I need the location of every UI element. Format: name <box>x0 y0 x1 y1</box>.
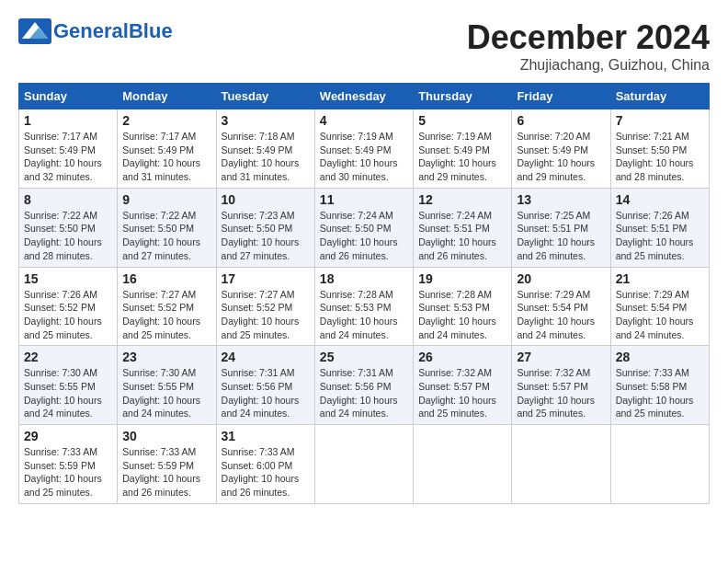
day-info: Sunrise: 7:22 AM Sunset: 5:50 PM Dayligh… <box>24 209 112 263</box>
day-number: 19 <box>418 271 506 286</box>
day-info: Sunrise: 7:24 AM Sunset: 5:51 PM Dayligh… <box>418 209 506 263</box>
day-info: Sunrise: 7:33 AM Sunset: 6:00 PM Dayligh… <box>222 445 310 500</box>
calendar-cell: 29 Sunrise: 7:33 AM Sunset: 5:59 PM Dayl… <box>19 425 118 504</box>
day-info: Sunrise: 7:31 AM Sunset: 5:56 PM Dayligh… <box>222 366 310 420</box>
header: GeneralBlue December 2024 Zhujiachang, G… <box>18 18 710 74</box>
calendar-cell <box>314 425 413 504</box>
calendar-cell: 21 Sunrise: 7:29 AM Sunset: 5:54 PM Dayl… <box>610 267 709 346</box>
day-info: Sunrise: 7:28 AM Sunset: 5:53 PM Dayligh… <box>320 288 408 342</box>
day-info: Sunrise: 7:33 AM Sunset: 5:58 PM Dayligh… <box>616 366 704 420</box>
day-number: 28 <box>616 350 704 364</box>
day-number: 9 <box>122 192 210 207</box>
day-info: Sunrise: 7:25 AM Sunset: 5:51 PM Dayligh… <box>517 209 605 263</box>
calendar-cell: 27 Sunrise: 7:32 AM Sunset: 5:57 PM Dayl… <box>512 346 610 425</box>
day-number: 24 <box>222 350 310 364</box>
day-number: 7 <box>616 113 704 128</box>
day-info: Sunrise: 7:27 AM Sunset: 5:52 PM Dayligh… <box>222 288 310 342</box>
header-sunday: Sunday <box>19 84 118 109</box>
day-info: Sunrise: 7:32 AM Sunset: 5:57 PM Dayligh… <box>418 366 506 420</box>
day-number: 2 <box>122 113 210 128</box>
month-title: December 2024 <box>467 18 710 57</box>
calendar-cell: 2 Sunrise: 7:17 AM Sunset: 5:49 PM Dayli… <box>118 109 216 189</box>
day-info: Sunrise: 7:23 AM Sunset: 5:50 PM Dayligh… <box>222 209 310 263</box>
calendar-cell: 20 Sunrise: 7:29 AM Sunset: 5:54 PM Dayl… <box>512 267 610 346</box>
calendar-cell: 11 Sunrise: 7:24 AM Sunset: 5:50 PM Dayl… <box>314 188 413 267</box>
calendar-cell: 15 Sunrise: 7:26 AM Sunset: 5:52 PM Dayl… <box>19 267 118 346</box>
day-info: Sunrise: 7:29 AM Sunset: 5:54 PM Dayligh… <box>616 288 704 342</box>
calendar-cell <box>512 425 610 504</box>
day-number: 26 <box>418 350 506 364</box>
header-friday: Friday <box>512 84 610 109</box>
day-info: Sunrise: 7:27 AM Sunset: 5:52 PM Dayligh… <box>122 288 210 342</box>
calendar-cell: 4 Sunrise: 7:19 AM Sunset: 5:49 PM Dayli… <box>314 109 413 189</box>
day-info: Sunrise: 7:20 AM Sunset: 5:49 PM Dayligh… <box>517 130 605 184</box>
day-info: Sunrise: 7:32 AM Sunset: 5:57 PM Dayligh… <box>517 366 605 420</box>
day-info: Sunrise: 7:19 AM Sunset: 5:49 PM Dayligh… <box>418 130 506 184</box>
day-number: 12 <box>418 192 506 207</box>
day-number: 18 <box>320 271 408 286</box>
day-info: Sunrise: 7:21 AM Sunset: 5:50 PM Dayligh… <box>616 130 704 184</box>
calendar-cell: 30 Sunrise: 7:33 AM Sunset: 5:59 PM Dayl… <box>118 425 216 504</box>
day-number: 21 <box>616 271 704 286</box>
calendar-cell: 19 Sunrise: 7:28 AM Sunset: 5:53 PM Dayl… <box>414 267 512 346</box>
calendar-cell: 23 Sunrise: 7:30 AM Sunset: 5:55 PM Dayl… <box>118 346 216 425</box>
calendar-cell: 10 Sunrise: 7:23 AM Sunset: 5:50 PM Dayl… <box>216 188 314 267</box>
day-number: 8 <box>24 192 112 207</box>
logo-text: GeneralBlue <box>53 19 173 42</box>
location-title: Zhujiachang, Guizhou, China <box>467 57 710 74</box>
calendar-cell: 25 Sunrise: 7:31 AM Sunset: 5:56 PM Dayl… <box>314 346 413 425</box>
calendar-cell: 3 Sunrise: 7:18 AM Sunset: 5:49 PM Dayli… <box>216 109 314 189</box>
day-number: 10 <box>222 192 310 207</box>
day-info: Sunrise: 7:33 AM Sunset: 5:59 PM Dayligh… <box>24 445 112 500</box>
day-number: 14 <box>616 192 704 207</box>
day-info: Sunrise: 7:22 AM Sunset: 5:50 PM Dayligh… <box>122 209 210 263</box>
calendar-row: 22 Sunrise: 7:30 AM Sunset: 5:55 PM Dayl… <box>19 346 710 425</box>
day-info: Sunrise: 7:30 AM Sunset: 5:55 PM Dayligh… <box>24 366 112 420</box>
day-info: Sunrise: 7:33 AM Sunset: 5:59 PM Dayligh… <box>122 445 210 500</box>
day-number: 16 <box>122 271 210 286</box>
day-number: 17 <box>222 271 310 286</box>
calendar-cell: 13 Sunrise: 7:25 AM Sunset: 5:51 PM Dayl… <box>512 188 610 267</box>
day-number: 15 <box>24 271 112 286</box>
calendar-row: 15 Sunrise: 7:26 AM Sunset: 5:52 PM Dayl… <box>19 267 710 346</box>
day-info: Sunrise: 7:29 AM Sunset: 5:54 PM Dayligh… <box>517 288 605 342</box>
calendar-cell: 26 Sunrise: 7:32 AM Sunset: 5:57 PM Dayl… <box>414 346 512 425</box>
logo: GeneralBlue <box>18 18 173 44</box>
header-wednesday: Wednesday <box>314 84 413 109</box>
calendar-cell: 1 Sunrise: 7:17 AM Sunset: 5:49 PM Dayli… <box>19 109 118 189</box>
calendar-cell: 28 Sunrise: 7:33 AM Sunset: 5:58 PM Dayl… <box>610 346 709 425</box>
calendar-cell: 16 Sunrise: 7:27 AM Sunset: 5:52 PM Dayl… <box>118 267 216 346</box>
calendar-cell: 12 Sunrise: 7:24 AM Sunset: 5:51 PM Dayl… <box>414 188 512 267</box>
day-number: 13 <box>517 192 605 207</box>
day-info: Sunrise: 7:17 AM Sunset: 5:49 PM Dayligh… <box>122 130 210 184</box>
calendar-cell: 6 Sunrise: 7:20 AM Sunset: 5:49 PM Dayli… <box>512 109 610 189</box>
day-number: 5 <box>418 113 506 128</box>
title-area: December 2024 Zhujiachang, Guizhou, Chin… <box>467 18 710 74</box>
day-info: Sunrise: 7:19 AM Sunset: 5:49 PM Dayligh… <box>320 130 408 184</box>
calendar-cell: 22 Sunrise: 7:30 AM Sunset: 5:55 PM Dayl… <box>19 346 118 425</box>
day-number: 6 <box>517 113 605 128</box>
day-number: 22 <box>24 350 112 364</box>
calendar-cell <box>414 425 512 504</box>
day-number: 23 <box>122 350 210 364</box>
calendar-row: 29 Sunrise: 7:33 AM Sunset: 5:59 PM Dayl… <box>19 425 710 504</box>
day-number: 31 <box>222 429 310 443</box>
calendar-cell: 31 Sunrise: 7:33 AM Sunset: 6:00 PM Dayl… <box>216 425 314 504</box>
day-info: Sunrise: 7:28 AM Sunset: 5:53 PM Dayligh… <box>418 288 506 342</box>
header-monday: Monday <box>118 84 216 109</box>
day-number: 29 <box>24 429 112 443</box>
day-info: Sunrise: 7:17 AM Sunset: 5:49 PM Dayligh… <box>24 130 112 184</box>
header-thursday: Thursday <box>414 84 512 109</box>
calendar-cell: 7 Sunrise: 7:21 AM Sunset: 5:50 PM Dayli… <box>610 109 709 189</box>
day-number: 20 <box>517 271 605 286</box>
calendar-row: 1 Sunrise: 7:17 AM Sunset: 5:49 PM Dayli… <box>19 109 710 189</box>
logo-icon <box>18 18 51 44</box>
calendar-cell: 24 Sunrise: 7:31 AM Sunset: 5:56 PM Dayl… <box>216 346 314 425</box>
day-info: Sunrise: 7:30 AM Sunset: 5:55 PM Dayligh… <box>122 366 210 420</box>
day-number: 30 <box>122 429 210 443</box>
calendar-table: Sunday Monday Tuesday Wednesday Thursday… <box>18 83 710 504</box>
day-info: Sunrise: 7:31 AM Sunset: 5:56 PM Dayligh… <box>320 366 408 420</box>
day-info: Sunrise: 7:26 AM Sunset: 5:51 PM Dayligh… <box>616 209 704 263</box>
calendar-cell: 14 Sunrise: 7:26 AM Sunset: 5:51 PM Dayl… <box>610 188 709 267</box>
calendar-cell: 9 Sunrise: 7:22 AM Sunset: 5:50 PM Dayli… <box>118 188 216 267</box>
